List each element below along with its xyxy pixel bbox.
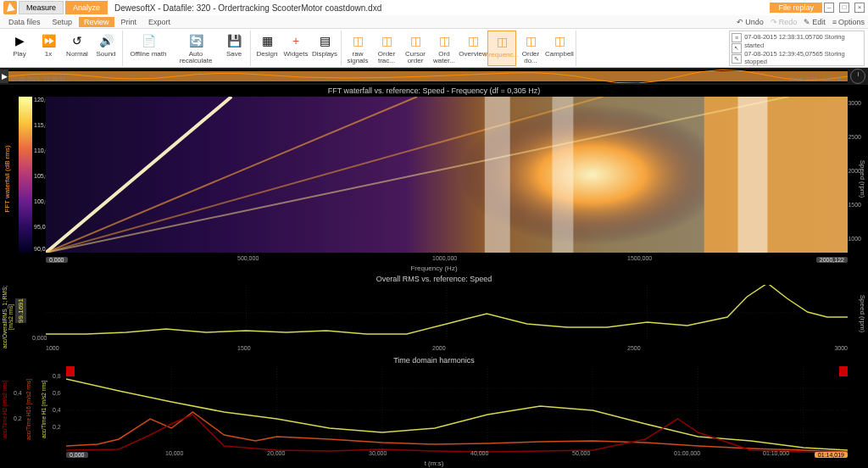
svg-rect-10: [552, 97, 573, 253]
auto-recalc-button[interactable]: 🔄Auto recalculate: [172, 31, 220, 66]
menu-export[interactable]: Export: [143, 17, 175, 27]
chart3-title: Time domain harmonics: [0, 354, 868, 366]
view-rawsignals[interactable]: ◫raw signals: [343, 31, 372, 66]
redo-icon: ↷: [771, 18, 777, 26]
clock-icon[interactable]: [850, 69, 865, 84]
menu-print[interactable]: Print: [116, 17, 142, 27]
x-tick: 1000,000: [432, 255, 457, 261]
log-marker-icon[interactable]: ✎: [732, 54, 742, 64]
cursor-marker-right[interactable]: [839, 366, 848, 376]
colorbar[interactable]: [19, 97, 32, 253]
options-button[interactable]: ≡Options: [832, 18, 865, 26]
svg-rect-11: [738, 97, 768, 253]
chart-icon: ◫: [378, 32, 395, 49]
mode-analyze[interactable]: Analyze: [65, 1, 108, 14]
r-tick: 3000: [848, 100, 861, 106]
close-icon[interactable]: ×: [854, 3, 865, 13]
chart-icon: ◫: [522, 32, 539, 49]
tdh-plot[interactable]: [66, 366, 848, 454]
design-button[interactable]: ▦Design: [253, 31, 281, 66]
x-tick: 10,000: [165, 450, 183, 456]
overview-ts-left: 07-08-2015.. 12:38:31...: [11, 76, 70, 82]
chart-icon: ◫: [407, 32, 424, 49]
spectrogram-plot[interactable]: [46, 97, 848, 253]
chart1-xlabel: Frequency (Hz): [0, 264, 868, 273]
menu-bar: Data files Setup Review Print Export ↶Un…: [0, 15, 868, 29]
chart2-ylabel: acc/OverallRMS_1; RMS; [m/s2 rms]: [2, 283, 14, 351]
x-min[interactable]: 0,000: [46, 257, 68, 263]
file-replay-badge[interactable]: File replay: [770, 3, 822, 13]
r-tick: 1000: [848, 236, 861, 242]
layers-icon: ▤: [316, 32, 333, 49]
view-cursor[interactable]: ◫Cursor order: [401, 31, 430, 66]
play-icon: ▶: [11, 32, 28, 49]
view-orderdo[interactable]: ◫Order do...: [516, 31, 545, 66]
menu-review[interactable]: Review: [79, 17, 114, 27]
y-tick: 0,4: [53, 407, 61, 413]
view-frequency[interactable]: ◫Frequenc...: [487, 31, 516, 66]
view-campbell[interactable]: ◫Campbell: [545, 31, 574, 66]
app-logo-icon: [3, 1, 17, 14]
x-max[interactable]: 01:14,019: [815, 452, 848, 458]
undo-button[interactable]: ↶Undo: [737, 18, 764, 26]
save-icon: 💾: [225, 32, 242, 49]
overview-left[interactable]: ▶: [0, 70, 8, 83]
chart3-ylabel2: acc/Time H1 [m/s2 rms]: [41, 366, 51, 453]
r-tick: 2500: [848, 134, 861, 140]
chart-icon: ◫: [493, 33, 510, 50]
overview-ts-right: 07-08-2015 - 12:39:4...: [789, 76, 845, 82]
title-bar: Measure Analyze DewesoftX - Datafile: 32…: [0, 0, 868, 15]
save-button[interactable]: 💾Save: [220, 31, 248, 66]
play-button[interactable]: ▶Play: [5, 31, 34, 66]
y-tick: 0,8: [53, 373, 61, 379]
replay-mode[interactable]: ↺Normal: [63, 31, 92, 66]
r-tick: 2000: [848, 168, 861, 174]
status-log: ≡ ↖ ✎ 07-08-2015 12:38:31,05700 Storing …: [729, 31, 865, 66]
log-filter-icon[interactable]: ≡: [732, 33, 742, 42]
chart1-rlabel: Speed (rpm): [859, 160, 866, 198]
view-overview[interactable]: ◫Overview: [459, 31, 487, 66]
sound-button[interactable]: 🔊Sound: [92, 31, 120, 66]
overview-strip: ▶ 07-08-2015.. 12:38:31... 07-08-2015 - …: [0, 68, 868, 85]
log-cursor-icon[interactable]: ↖: [732, 43, 742, 53]
chart-fft-waterfall[interactable]: FFT waterfall vs. reference: Speed - Fre…: [0, 85, 868, 273]
redo-button[interactable]: ↷Redo: [771, 18, 798, 26]
overview-waveform[interactable]: 07-08-2015.. 12:38:31... 07-08-2015 - 12…: [8, 70, 848, 83]
speaker-icon: 🔊: [97, 32, 114, 49]
x-tick: 500,000: [237, 255, 259, 261]
chart-overall-rms[interactable]: Overall RMS vs. reference: Speed acc/Ove…: [0, 273, 868, 354]
document-icon: 📄: [140, 32, 157, 49]
y-tick: 0,2: [14, 415, 22, 421]
undo-icon: ↶: [737, 18, 743, 26]
refresh-icon: 🔄: [187, 32, 204, 49]
chart-icon: ◫: [551, 32, 568, 49]
x-tick: 20,000: [267, 450, 285, 456]
mode-measure[interactable]: Measure: [19, 1, 64, 14]
chart2-title: Overall RMS vs. reference: Speed: [0, 273, 868, 285]
chart1-ylabel: FFT waterfall (dB rms): [3, 145, 11, 212]
view-ordertrack[interactable]: ◫Order trac...: [372, 31, 401, 66]
chart-time-harmonics[interactable]: Time domain harmonics acc/Time H2 [m/s2 …: [0, 354, 868, 468]
x-min[interactable]: 0,000: [66, 452, 88, 458]
x-tick: 30,000: [369, 450, 387, 456]
x-max[interactable]: 2000,122: [816, 257, 848, 263]
offline-math-button[interactable]: 📄Offline math: [125, 31, 172, 66]
minimize-icon[interactable]: –: [824, 3, 834, 13]
x-tick: 1500,000: [627, 255, 652, 261]
rms-plot[interactable]: [46, 285, 848, 341]
chart-icon: ◫: [436, 32, 453, 49]
chart3-xlabel: t (m:s): [0, 459, 868, 468]
chart3-ylabel1: acc/Time H2 [m/s2 rms]: [2, 366, 12, 453]
menu-datafiles[interactable]: Data files: [3, 17, 46, 27]
cursor-marker-left[interactable]: [66, 366, 75, 376]
speed-button[interactable]: ⏩1x: [34, 31, 63, 66]
edit-button[interactable]: ✎Edit: [804, 18, 826, 26]
chart3-ylabel-add: acc/Time H16 [m/s2 rms]: [25, 366, 36, 453]
view-ordwater[interactable]: ◫Ord water...: [430, 31, 459, 66]
add-widget-button[interactable]: +Widgets: [281, 31, 310, 66]
y-tick: 0,6: [53, 390, 61, 396]
maximize-icon[interactable]: □: [839, 3, 849, 13]
y-tick: 0,4: [14, 390, 22, 396]
displays-button[interactable]: ▤Displays: [310, 31, 339, 66]
menu-setup[interactable]: Setup: [47, 17, 78, 27]
